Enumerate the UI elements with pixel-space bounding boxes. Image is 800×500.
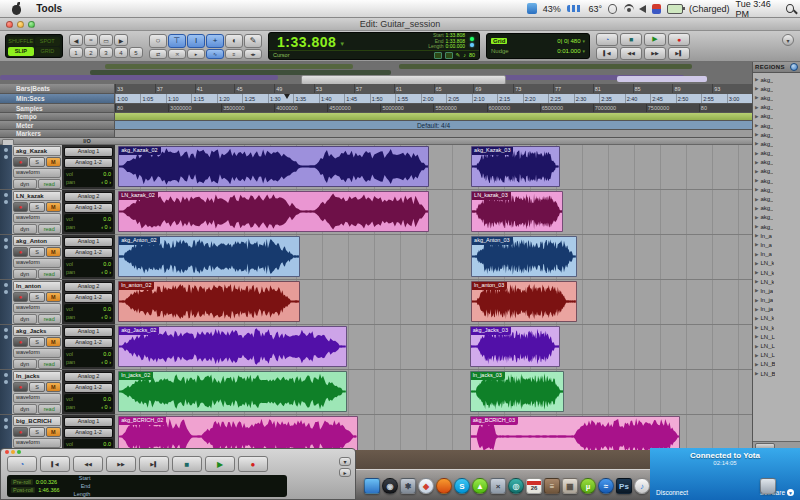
zoom-preset-1[interactable]: 1 — [69, 47, 83, 58]
transport-online-button[interactable] — [7, 456, 37, 472]
dock-skype-icon[interactable]: S — [454, 478, 470, 494]
track-name[interactable]: ln_anton — [13, 281, 61, 291]
trim-tool[interactable] — [168, 34, 186, 48]
output-selector[interactable]: Analog 1-2 — [64, 428, 113, 438]
automation-mode-selector[interactable]: read — [38, 179, 62, 189]
region-list-item[interactable]: ▶LN_k — [753, 277, 800, 286]
main-counter-value[interactable]: 1:33.808 — [269, 34, 336, 50]
length-value[interactable]: 0:00.000 — [446, 44, 465, 50]
disclosure-triangle-icon[interactable]: ▶ — [755, 344, 758, 349]
meter-default[interactable]: Default: 4/4 — [115, 121, 752, 130]
mute-button[interactable]: M — [46, 427, 61, 437]
disclosure-triangle-icon[interactable]: ▶ — [755, 270, 758, 275]
track-view-selector[interactable]: waveform — [13, 213, 61, 223]
record-enable-button[interactable]: ● — [13, 202, 28, 212]
mode-spot[interactable]: SPOT — [35, 37, 61, 46]
overview-bar[interactable] — [105, 64, 353, 69]
transport-zoom-button[interactable] — [17, 450, 21, 454]
dock-time-machine-icon[interactable]: ◎ — [508, 478, 524, 494]
track-edge-strip[interactable] — [0, 325, 12, 369]
input-menu-icon[interactable] — [527, 3, 537, 14]
pre-roll-label[interactable]: Pre-roll — [11, 479, 33, 485]
output-selector[interactable]: Analog 1-2 — [64, 293, 113, 303]
dock-finder-icon[interactable] — [364, 478, 380, 494]
tempo-ruler[interactable]: Tempo — [0, 113, 752, 121]
tab-transient-toggle[interactable]: ∿ — [206, 49, 224, 59]
automation-mode-selector[interactable]: read — [38, 269, 62, 279]
mode-shuffle[interactable]: SHUFFLE — [8, 37, 34, 46]
pre-roll-value[interactable]: 0:00.326 — [36, 479, 57, 485]
pan-value[interactable]: ‹ 0 › — [101, 404, 111, 410]
region-LN_kazak_02[interactable]: LN_kazak_02 — [118, 191, 429, 232]
disclosure-triangle-icon[interactable]: ▶ — [755, 114, 758, 119]
mode-slip[interactable]: SLIP — [8, 47, 34, 56]
automation-mode-selector[interactable]: read — [38, 404, 62, 414]
dock-photos-app-icon[interactable]: ▦ — [562, 478, 578, 494]
disconnect-button[interactable]: Disconnect — [656, 489, 688, 496]
dyn-selector[interactable]: dyn — [13, 269, 37, 279]
track-view-selector[interactable]: waveform — [13, 168, 61, 178]
disclosure-triangle-icon[interactable]: ▶ — [755, 334, 758, 339]
go-to-end-button[interactable] — [668, 47, 690, 60]
spotlight-icon[interactable] — [786, 4, 794, 13]
region-list-item[interactable]: ▶LN_B — [753, 369, 800, 378]
link-timeline-toggle[interactable]: ⇄ — [149, 49, 167, 59]
disclosure-triangle-icon[interactable]: ▶ — [755, 206, 758, 211]
counter-caret-icon[interactable]: ▼ — [339, 41, 345, 47]
region-list-item[interactable]: ▶ln_ja — [753, 296, 800, 305]
region-akg_Kazak_02[interactable]: akg_Kazak_02 — [118, 146, 429, 187]
rewind-button[interactable] — [620, 47, 642, 60]
region-list-item[interactable]: ▶LN_L — [753, 341, 800, 350]
stop-button[interactable] — [620, 33, 642, 46]
nudge-caret-icon[interactable]: ▾ — [582, 48, 585, 54]
vol-value[interactable]: 0.0 — [103, 441, 111, 447]
disclosure-triangle-icon[interactable]: ▶ — [755, 279, 758, 284]
zoom-preset-3[interactable]: 3 — [99, 47, 113, 58]
output-selector[interactable]: Analog 1-2 — [64, 248, 113, 258]
transport-play-button[interactable] — [205, 456, 235, 472]
transport-rewind-button[interactable] — [73, 456, 103, 472]
region-list-item[interactable]: ▶LN_k — [753, 259, 800, 268]
dock-knob-app-icon[interactable]: ◉ — [382, 478, 398, 494]
signal-dots-icon[interactable] — [567, 5, 583, 12]
disclosure-triangle-icon[interactable]: ▶ — [755, 197, 758, 202]
vol-value[interactable]: 0.0 — [103, 171, 111, 177]
clock-icon[interactable] — [608, 4, 617, 14]
track-view-selector[interactable]: waveform — [13, 393, 61, 403]
grid-caret-icon[interactable]: ▾ — [582, 38, 585, 44]
download-icon[interactable]: ▼ — [787, 489, 794, 496]
region-list-item[interactable]: ▶akg_ — [753, 158, 800, 167]
record-enable-button[interactable]: ● — [13, 157, 28, 167]
mute-button[interactable]: M — [46, 202, 61, 212]
pan-value[interactable]: ‹ 0 › — [101, 314, 111, 320]
record-button[interactable] — [668, 33, 690, 46]
pan-value[interactable]: ‹ 0 › — [101, 224, 111, 230]
kb-focus-icon[interactable] — [445, 52, 453, 59]
pencil-mini-icon[interactable]: ✎ — [456, 52, 461, 58]
disclosure-triangle-icon[interactable]: ▶ — [755, 151, 758, 156]
transport-stop-button[interactable] — [172, 456, 202, 472]
fast-forward-button[interactable] — [644, 47, 666, 60]
track-name[interactable]: ln_jacks — [13, 371, 61, 381]
record-enable-button[interactable]: ● — [13, 337, 28, 347]
disclosure-triangle-icon[interactable]: ▶ — [755, 261, 758, 266]
transport-close-button[interactable] — [5, 450, 9, 454]
track-name[interactable]: akg_Anton — [13, 236, 61, 246]
mute-button[interactable]: M — [46, 292, 61, 302]
dyn-selector[interactable]: dyn — [13, 359, 37, 369]
region-LN_kazak_03[interactable]: LN_kazak_03 — [471, 191, 563, 232]
link-track-toggle[interactable]: ≍ — [168, 49, 186, 59]
region-akg_Anton_02[interactable]: akg_Anton_02 — [118, 236, 300, 277]
vol-value[interactable]: 0.0 — [103, 306, 111, 312]
overview-bar[interactable] — [0, 75, 278, 80]
track-view-selector[interactable]: waveform — [13, 258, 61, 268]
zoom-preset-4[interactable]: 4 — [114, 47, 128, 58]
dock-gear-app-icon[interactable]: ✱ — [400, 478, 416, 494]
toolbar-menu-button[interactable]: ▾ — [782, 34, 794, 46]
solo-button[interactable]: S — [29, 382, 44, 392]
input-selector[interactable]: Analog 1 — [64, 237, 113, 247]
menu-clock[interactable]: Tue 3:46 PM — [735, 0, 779, 19]
return-to-zero-button[interactable] — [596, 47, 618, 60]
solo-button[interactable]: S — [29, 337, 44, 347]
regions-menu-icon[interactable] — [790, 63, 798, 71]
